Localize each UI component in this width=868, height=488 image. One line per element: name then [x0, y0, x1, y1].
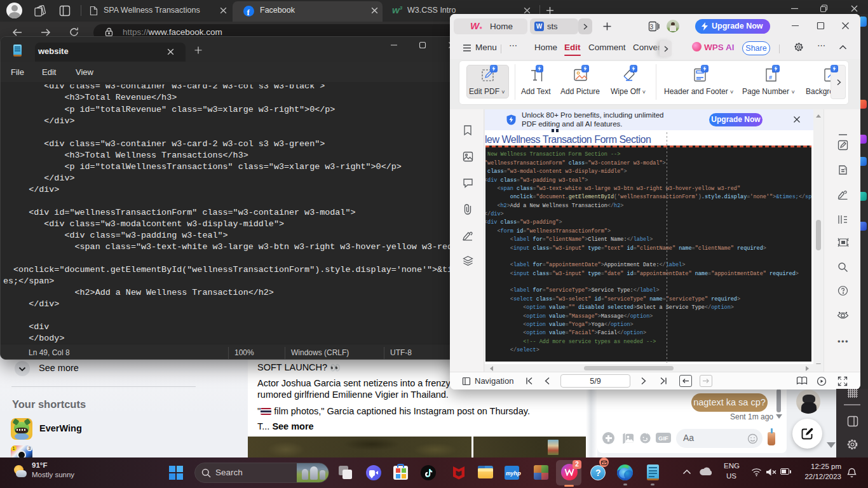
- svg-text:#: #: [769, 74, 772, 81]
